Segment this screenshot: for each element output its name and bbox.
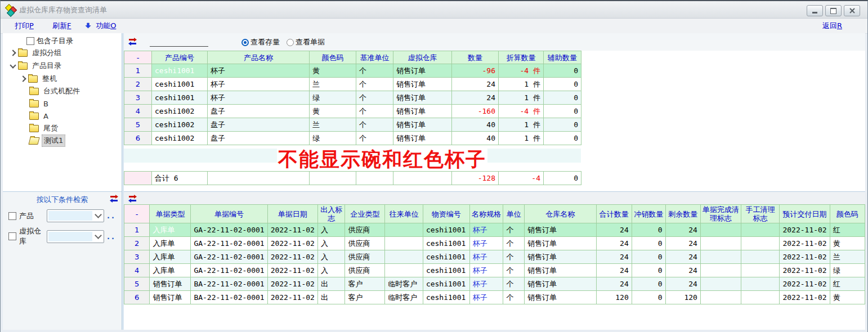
column-header[interactable]: -	[124, 205, 150, 223]
row-number[interactable]: 2	[124, 237, 150, 250]
cell[interactable]: 黄	[830, 237, 865, 250]
cell[interactable]	[700, 223, 741, 237]
cell[interactable]: 0	[632, 291, 665, 304]
product-browse-button[interactable]: ..	[107, 212, 116, 220]
cell[interactable]: 2022-11-02	[267, 277, 317, 291]
cell[interactable]: 2022-11-02	[267, 237, 317, 250]
cell[interactable]: 0	[632, 223, 665, 237]
view-stock-radio[interactable]: 查看存量	[241, 37, 280, 47]
cell[interactable]: 绿	[310, 91, 356, 105]
cell[interactable]: 2022-11-02	[780, 237, 830, 250]
cell[interactable]: 杯子	[208, 64, 310, 78]
cell[interactable]: 供应商	[345, 250, 385, 264]
column-header[interactable]: 折算数量	[499, 51, 544, 64]
table-row[interactable]: 4ceshi1002盘子黄个销售订单-160-4 件0	[124, 105, 581, 118]
cell[interactable]: ceshi1002	[152, 105, 208, 118]
column-header[interactable]: 单据完成清理标志	[700, 205, 741, 223]
cell[interactable]: 个	[356, 78, 393, 91]
cell[interactable]: 杯子	[469, 291, 503, 304]
column-header[interactable]: 仓库名称	[525, 205, 597, 223]
cell[interactable]	[310, 172, 356, 185]
cell[interactable]: 红	[830, 277, 865, 291]
cell[interactable]: 兰	[830, 250, 865, 264]
chevron-down-icon[interactable]	[10, 62, 16, 68]
column-header[interactable]: 冲销数量	[632, 205, 665, 223]
cell[interactable]	[700, 277, 741, 291]
cell[interactable]: 销售订单	[393, 91, 452, 105]
cell[interactable]: 0	[544, 105, 581, 118]
cell[interactable]: 供应商	[345, 264, 385, 277]
cell[interactable]: 个	[356, 91, 393, 105]
cell[interactable]: 120	[665, 291, 700, 304]
chevron-right-icon[interactable]	[20, 75, 26, 82]
cell[interactable]: 绿	[310, 132, 356, 145]
cell[interactable]: 0	[544, 132, 581, 145]
radio-unselected-icon[interactable]	[287, 39, 294, 46]
cell[interactable]	[700, 237, 741, 250]
cell[interactable]: 个	[503, 250, 525, 264]
cell[interactable]: ceshi1001	[152, 91, 208, 105]
swap-columns-icon[interactable]	[128, 38, 137, 46]
cell[interactable]: 黄	[310, 105, 356, 118]
row-number[interactable]: 5	[124, 277, 150, 291]
cell[interactable]: 盘子	[208, 105, 310, 118]
cell[interactable]: 2022-11-02	[780, 250, 830, 264]
cell[interactable]: 销售订单	[525, 223, 597, 237]
column-header[interactable]: 单据编号	[191, 205, 267, 223]
cell[interactable]	[741, 264, 780, 277]
cell[interactable]: 0	[632, 264, 665, 277]
cell[interactable]	[741, 291, 780, 304]
tree-item-whole-machine[interactable]: 整机	[21, 73, 59, 85]
cell[interactable]: 2022-11-02	[267, 264, 317, 277]
table-row[interactable]: 2入库单GA-22-11-02-00012022-11-02入供应商ceshi1…	[124, 237, 865, 250]
row-number[interactable]: 6	[124, 291, 150, 304]
include-subdirectory-option[interactable]: 包含子目录	[26, 36, 73, 46]
swap-columns-icon[interactable]	[128, 195, 137, 203]
cell[interactable]: 入	[317, 264, 345, 277]
warehouse-filter-dropdown[interactable]	[47, 230, 104, 243]
cell[interactable]: 0	[544, 78, 581, 91]
column-header[interactable]: 产品名称	[208, 51, 310, 64]
row-number[interactable]: 1	[124, 64, 152, 78]
cell[interactable]: 个	[503, 277, 525, 291]
cell[interactable]: 杯子	[469, 264, 503, 277]
cell[interactable]: 个	[356, 64, 393, 78]
cell[interactable]: 40	[452, 132, 499, 145]
column-header[interactable]: 基准单位	[356, 51, 393, 64]
warehouse-browse-button[interactable]: ..	[107, 232, 116, 241]
column-header[interactable]: 颜色码	[830, 205, 865, 223]
cell[interactable]	[385, 223, 423, 237]
cell[interactable]: 个	[503, 264, 525, 277]
cell[interactable]: 24	[596, 250, 632, 264]
cell[interactable]: GA-22-11-02-0001	[191, 250, 267, 264]
cell[interactable]: 2022-11-02	[267, 250, 317, 264]
column-header[interactable]: 合计数量	[596, 205, 632, 223]
column-header[interactable]: 出入标志	[317, 205, 345, 223]
cell[interactable]: 24	[665, 223, 700, 237]
cell[interactable]: 24	[665, 277, 700, 291]
cell[interactable]: 入库单	[150, 250, 191, 264]
cell[interactable]	[393, 172, 452, 185]
cell[interactable]: 个	[503, 291, 525, 304]
cell[interactable]: 兰	[310, 78, 356, 91]
cell[interactable]: 40	[452, 118, 499, 132]
cell[interactable]: 杯子	[208, 78, 310, 91]
cell[interactable]: 客户	[345, 291, 385, 304]
table-row[interactable]: 6销售订单BA-22-11-02-00012022-11-02出客户临时客户ce…	[124, 291, 865, 304]
column-header[interactable]: 虚拟仓库	[393, 51, 452, 64]
cell[interactable]: 个	[503, 237, 525, 250]
cell[interactable]: 黄	[310, 64, 356, 78]
cell[interactable]	[741, 250, 780, 264]
cell[interactable]: 0	[544, 118, 581, 132]
total-row[interactable]: 合计 6-128-40	[124, 172, 581, 185]
cell[interactable]	[356, 172, 393, 185]
cell[interactable]: ceshi1002	[152, 118, 208, 132]
cell[interactable]: 1 件	[499, 132, 544, 145]
row-number[interactable]: 2	[124, 78, 152, 91]
cell[interactable]: 杯子	[208, 91, 310, 105]
cell[interactable]: 杯子	[469, 237, 503, 250]
cell[interactable]: 出	[317, 291, 345, 304]
cell[interactable]: 24	[665, 264, 700, 277]
minimize-button[interactable]	[807, 5, 823, 16]
row-number[interactable]: 4	[124, 105, 152, 118]
